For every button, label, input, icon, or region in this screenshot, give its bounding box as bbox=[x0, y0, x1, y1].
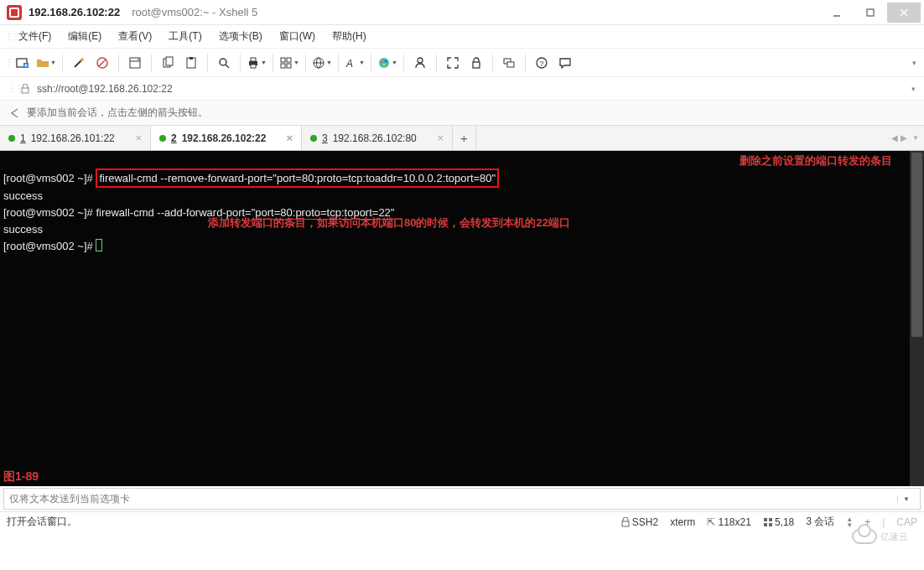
tab-number: 1 bbox=[20, 132, 26, 144]
user-button[interactable] bbox=[409, 52, 431, 74]
status-protocol: SSH2 bbox=[632, 516, 658, 528]
tab-label: 192.168.26.102:80 bbox=[333, 132, 417, 144]
tab-nav[interactable]: ◀ ▶ ▼ bbox=[886, 126, 924, 150]
disconnect-button[interactable] bbox=[91, 52, 113, 74]
font-button[interactable]: A▼ bbox=[344, 52, 366, 74]
menu-help[interactable]: 帮助(H) bbox=[324, 26, 375, 47]
menu-tabs[interactable]: 选项卡(B) bbox=[210, 26, 271, 47]
toolbar-overflow[interactable]: ▾ bbox=[909, 59, 919, 67]
arrow-add-icon[interactable] bbox=[8, 107, 20, 119]
fullscreen-button[interactable] bbox=[442, 52, 464, 74]
transfer-button[interactable] bbox=[498, 52, 520, 74]
maximize-button[interactable] bbox=[854, 3, 887, 23]
scrollbar-thumb[interactable] bbox=[911, 153, 922, 337]
prompt: [root@vms002 ~]# bbox=[3, 172, 96, 184]
menu-tools[interactable]: 工具(T) bbox=[160, 26, 210, 47]
print-button[interactable]: ▼ bbox=[246, 52, 267, 74]
layout-button[interactable]: ▼ bbox=[278, 52, 300, 74]
language-button[interactable]: ▼ bbox=[311, 52, 333, 74]
window-title-primary: 192.168.26.102:22 bbox=[29, 6, 120, 18]
tab-close-icon[interactable]: × bbox=[430, 132, 444, 144]
svg-rect-23 bbox=[281, 58, 285, 62]
svg-rect-46 bbox=[769, 523, 772, 526]
menu-view[interactable]: 查看(V) bbox=[110, 26, 160, 47]
tabstrip: 1 192.168.26.101:22 × 2 192.168.26.102:2… bbox=[0, 126, 924, 151]
lock-button[interactable] bbox=[465, 52, 487, 74]
tab-close-icon[interactable]: × bbox=[128, 132, 142, 144]
menubar: ⋮⋮ 文件(F) 编辑(E) 查看(V) 工具(T) 选项卡(B) 窗口(W) … bbox=[0, 25, 924, 49]
tab-number: 2 bbox=[171, 132, 177, 144]
tab-3[interactable]: 3 192.168.26.102:80 × bbox=[302, 126, 453, 150]
svg-rect-17 bbox=[189, 57, 193, 60]
scrollbar[interactable] bbox=[910, 151, 924, 486]
tab-2[interactable]: 2 192.168.26.102:22 × bbox=[151, 126, 302, 150]
toolbar: ⋮⋮ ▼ ▼ ▼ ▼ A▼ ▼ ? ▾ bbox=[0, 49, 924, 77]
address-text[interactable]: ssh://root@192.168.26.102:22 bbox=[37, 83, 173, 95]
cursor bbox=[96, 239, 102, 251]
close-button[interactable] bbox=[887, 3, 921, 23]
properties-button[interactable] bbox=[124, 52, 146, 74]
grip: ⋮⋮ bbox=[5, 58, 10, 67]
chat-button[interactable] bbox=[554, 52, 576, 74]
tab-label: 192.168.26.101:22 bbox=[31, 132, 115, 144]
svg-rect-25 bbox=[281, 64, 285, 68]
svg-text:?: ? bbox=[540, 60, 544, 68]
menu-edit[interactable]: 编辑(E) bbox=[60, 26, 110, 47]
svg-rect-38 bbox=[507, 62, 514, 67]
svg-rect-42 bbox=[622, 521, 629, 526]
paste-button[interactable] bbox=[180, 52, 202, 74]
svg-point-31 bbox=[379, 58, 389, 68]
svg-line-19 bbox=[226, 65, 229, 68]
watermark-text: 亿速云 bbox=[880, 532, 908, 542]
status-message: 打开会话窗口。 bbox=[7, 515, 77, 529]
status-dot-icon bbox=[159, 135, 166, 142]
svg-point-34 bbox=[383, 63, 386, 65]
address-overflow[interactable]: ▾ bbox=[911, 85, 916, 93]
tab-close-icon[interactable]: × bbox=[279, 132, 293, 144]
highlighted-command: firewall-cmd --remove-forward-port="port… bbox=[96, 168, 499, 188]
copy-button[interactable] bbox=[157, 52, 179, 74]
output: success bbox=[3, 189, 43, 202]
open-button[interactable]: ▼ bbox=[35, 52, 57, 74]
annotation-below: 添加转发端口的条目，如果访问本机端口80的时候，会转发到本机的22端口 bbox=[208, 215, 570, 231]
svg-point-8 bbox=[80, 58, 84, 61]
svg-rect-15 bbox=[166, 57, 173, 65]
terminal[interactable]: [root@vms002 ~]# firewall-cmd --remove-f… bbox=[0, 151, 924, 486]
tab-number: 3 bbox=[322, 132, 328, 144]
status-term: xterm bbox=[670, 516, 695, 528]
prompt: [root@vms002 ~]# bbox=[3, 206, 96, 219]
new-session-button[interactable] bbox=[12, 52, 34, 74]
grid-icon bbox=[763, 517, 773, 527]
input-dropdown-icon[interactable]: ▼ bbox=[897, 495, 915, 503]
lock-icon bbox=[20, 84, 30, 94]
status-dot-icon bbox=[310, 135, 317, 142]
status-cursor-pos: 5,18 bbox=[775, 516, 794, 528]
prompt: [root@vms002 ~]# bbox=[3, 240, 96, 252]
input-placeholder: 仅将文本发送到当前选项卡 bbox=[9, 492, 130, 506]
find-button[interactable] bbox=[213, 52, 235, 74]
cloud-icon bbox=[852, 529, 877, 544]
help-button[interactable]: ? bbox=[531, 52, 553, 74]
menu-window[interactable]: 窗口(W) bbox=[271, 26, 324, 47]
svg-point-35 bbox=[418, 58, 423, 63]
svg-rect-21 bbox=[251, 58, 256, 61]
minimize-button[interactable] bbox=[820, 3, 854, 23]
svg-rect-45 bbox=[764, 523, 767, 526]
svg-point-18 bbox=[220, 59, 226, 65]
tab-add-button[interactable]: + bbox=[453, 126, 476, 150]
hint-text: 要添加当前会话，点击左侧的箭头按钮。 bbox=[27, 106, 208, 120]
reconnect-button[interactable] bbox=[68, 52, 90, 74]
svg-rect-41 bbox=[22, 88, 29, 93]
address-bar: ⋮⋮ ssh://root@192.168.26.102:22 ▾ bbox=[0, 77, 924, 101]
svg-rect-1 bbox=[867, 9, 874, 16]
status-size: 118x21 bbox=[719, 516, 751, 528]
hint-bar: 要添加当前会话，点击左侧的箭头按钮。 bbox=[0, 101, 924, 126]
menu-file[interactable]: 文件(F) bbox=[10, 26, 60, 47]
svg-point-33 bbox=[385, 60, 387, 62]
tab-1[interactable]: 1 192.168.26.101:22 × bbox=[0, 126, 151, 150]
svg-rect-24 bbox=[287, 58, 291, 62]
annotation-right: 删除之前设置的端口转发的条目 bbox=[740, 153, 907, 168]
send-input-bar[interactable]: 仅将文本发送到当前选项卡 ▼ bbox=[3, 488, 921, 510]
color-button[interactable]: ▼ bbox=[376, 52, 398, 74]
grip: ⋮⋮ bbox=[8, 84, 13, 93]
